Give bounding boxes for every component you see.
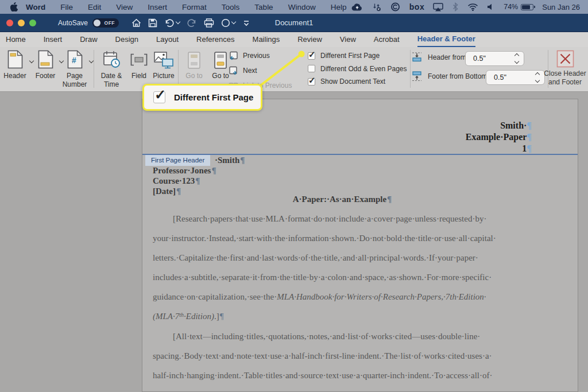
page-number-dropdown-chevron[interactable] bbox=[89, 59, 94, 63]
format-tool-button[interactable] bbox=[221, 18, 235, 28]
first-page-header-tag: First Page Header bbox=[145, 155, 210, 166]
battery-percent: 74% bbox=[504, 3, 518, 11]
menu-item-word[interactable]: Word bbox=[26, 3, 45, 11]
ribbon-tab-home[interactable]: Home bbox=[6, 33, 26, 46]
menu-item-edit[interactable]: Edit bbox=[88, 3, 101, 11]
document-text-line: [Research·papers·that·use·MLA·format·do·… bbox=[153, 214, 486, 224]
undo-dropdown-chevron[interactable] bbox=[176, 20, 180, 24]
save-button[interactable] bbox=[148, 18, 157, 28]
callout-label: Different First Page bbox=[174, 92, 253, 102]
page[interactable]: Smith·¶Example·Paper¶1¶ First Page Heade… bbox=[142, 99, 578, 392]
checkbox-box-different-first-page[interactable]: ✓ bbox=[308, 52, 315, 60]
sync-disabled-icon[interactable] bbox=[372, 2, 381, 11]
menu-item-insert[interactable]: Insert bbox=[148, 3, 167, 11]
checkbox-label-different-first-page: Different First Page bbox=[320, 52, 380, 60]
ribbon-tab-acrobat[interactable]: Acrobat bbox=[374, 33, 400, 46]
pilcrow-mark: ¶ bbox=[386, 195, 392, 204]
volume-icon[interactable] bbox=[487, 3, 495, 11]
box-logo[interactable]: box bbox=[409, 2, 424, 11]
menu-item-tools[interactable]: Tools bbox=[222, 3, 240, 11]
menu-item-window[interactable]: Window bbox=[288, 3, 316, 11]
window-title-bar: AutoSave OFF Document1 bbox=[0, 14, 588, 32]
footer-from-bottom-field[interactable]: 0.5" bbox=[486, 70, 545, 85]
checkbox-different-odd-even-pages[interactable]: Different Odd & Even Pages bbox=[308, 64, 407, 74]
header-from-top-decrement[interactable] bbox=[514, 59, 519, 64]
footer-from-bottom-icon bbox=[411, 71, 423, 81]
airplay-icon[interactable] bbox=[433, 3, 443, 11]
close-header-footer-icon bbox=[556, 50, 574, 68]
next-button[interactable]: Next bbox=[229, 64, 257, 77]
footer-from-bottom-row: Footer from Bottom: bbox=[411, 71, 489, 81]
home-button[interactable] bbox=[131, 18, 141, 28]
ribbon-tab-draw[interactable]: Draw bbox=[80, 33, 97, 46]
format-tool-chevron[interactable] bbox=[231, 20, 236, 24]
footer-button[interactable]: Footer bbox=[32, 50, 59, 80]
document-text-line: letters.·Capitalize·the·first·and·last·w… bbox=[153, 253, 478, 263]
print-button[interactable] bbox=[204, 18, 214, 28]
battery-indicator[interactable]: 74% bbox=[504, 3, 533, 11]
redo-button[interactable] bbox=[187, 18, 197, 28]
header-from-top-field[interactable]: 0.5" bbox=[465, 51, 524, 66]
ribbon-tab-mailings[interactable]: Mailings bbox=[253, 33, 280, 46]
ribbon-tab-header-footer[interactable]: Header & Footer bbox=[417, 32, 475, 47]
document-text-line: spacing.·Body·text·and·note·text·use·a·h… bbox=[153, 351, 492, 361]
footer-from-bottom-decrement[interactable] bbox=[535, 78, 540, 83]
toolbar-overflow-button[interactable] bbox=[242, 19, 250, 27]
checkbox-box-show-document-text[interactable]: ✓ bbox=[308, 78, 315, 86]
autosave-toggle[interactable]: OFF bbox=[92, 18, 119, 28]
document-text-line: Smith·¶ bbox=[466, 120, 532, 131]
menu-item-format[interactable]: Format bbox=[182, 3, 207, 11]
close-window-button[interactable] bbox=[6, 20, 13, 26]
checkbox-box-different-odd-even-pages[interactable] bbox=[308, 65, 315, 72]
menu-item-table[interactable]: Table bbox=[254, 3, 273, 11]
document-text-line: your·instructor.·Instead,·start·with·the… bbox=[153, 234, 496, 243]
goto-header-icon bbox=[187, 51, 201, 69]
date-time-button[interactable]: Date & Time bbox=[96, 50, 126, 89]
picture-button[interactable]: Picture bbox=[150, 50, 177, 80]
apple-menu[interactable] bbox=[10, 2, 18, 11]
pilcrow-mark: ¶ bbox=[527, 132, 532, 142]
pilcrow-mark: ¶ bbox=[527, 121, 532, 130]
ribbon-tab-bar: HomeInsertDrawDesignLayoutReferencesMail… bbox=[0, 32, 588, 47]
field-icon bbox=[130, 53, 148, 66]
ribbon-tab-insert[interactable]: Insert bbox=[44, 33, 63, 46]
document-text-line: Example·Paper¶ bbox=[466, 131, 532, 143]
zoom-window-button[interactable] bbox=[29, 20, 36, 26]
menu-clock[interactable]: Sun Jan 26 bbox=[542, 3, 580, 11]
checkbox-different-first-page[interactable]: ✓Different First Page bbox=[308, 51, 380, 61]
previous-button[interactable]: Previous bbox=[229, 49, 270, 62]
header-from-top-increment[interactable] bbox=[514, 53, 519, 58]
cloud-upload-icon[interactable] bbox=[351, 3, 363, 11]
minimize-window-button[interactable] bbox=[18, 20, 25, 26]
close-header-footer-button[interactable]: Close Header and Footer bbox=[543, 50, 587, 87]
ribbon-tab-design[interactable]: Design bbox=[115, 33, 138, 46]
header-button[interactable]: Header bbox=[1, 50, 29, 80]
document-text-line: Professor·Jones¶ bbox=[153, 166, 216, 176]
svg-text:#: # bbox=[72, 56, 76, 65]
adobe-creative-cloud-icon[interactable] bbox=[390, 2, 401, 11]
checkbox-label-different-odd-even-pages: Different Odd & Even Pages bbox=[320, 65, 407, 73]
ribbon-tab-references[interactable]: References bbox=[196, 33, 234, 46]
autosave-label: AutoSave bbox=[58, 19, 88, 27]
footer-icon bbox=[38, 50, 53, 69]
wifi-icon[interactable] bbox=[467, 3, 478, 11]
footer-from-bottom-increment[interactable] bbox=[535, 72, 540, 77]
picture-icon bbox=[153, 51, 175, 69]
menu-item-file[interactable]: File bbox=[60, 3, 73, 11]
battery-icon bbox=[521, 4, 533, 10]
ribbon-tab-layout[interactable]: Layout bbox=[156, 33, 179, 46]
checkbox-show-document-text[interactable]: ✓Show Document Text bbox=[308, 76, 385, 87]
page-number-icon: # bbox=[67, 50, 83, 69]
field-button[interactable]: Field bbox=[127, 50, 150, 80]
menu-item-view[interactable]: View bbox=[116, 3, 133, 11]
header-from-top-icon bbox=[411, 52, 423, 63]
ribbon-tab-view[interactable]: View bbox=[340, 33, 356, 46]
bluetooth-icon[interactable] bbox=[452, 2, 459, 11]
undo-button[interactable] bbox=[164, 18, 180, 28]
document-text-line: [All·text—including·titles,·quotations,·… bbox=[153, 332, 480, 341]
page-number-button[interactable]: # Page Number bbox=[60, 50, 90, 89]
menu-item-help[interactable]: Help bbox=[331, 3, 347, 11]
ribbon-tab-review[interactable]: Review bbox=[297, 33, 322, 46]
goto-header-button: Go to bbox=[181, 50, 207, 80]
document-text-line: ·Smith¶ bbox=[215, 156, 245, 165]
